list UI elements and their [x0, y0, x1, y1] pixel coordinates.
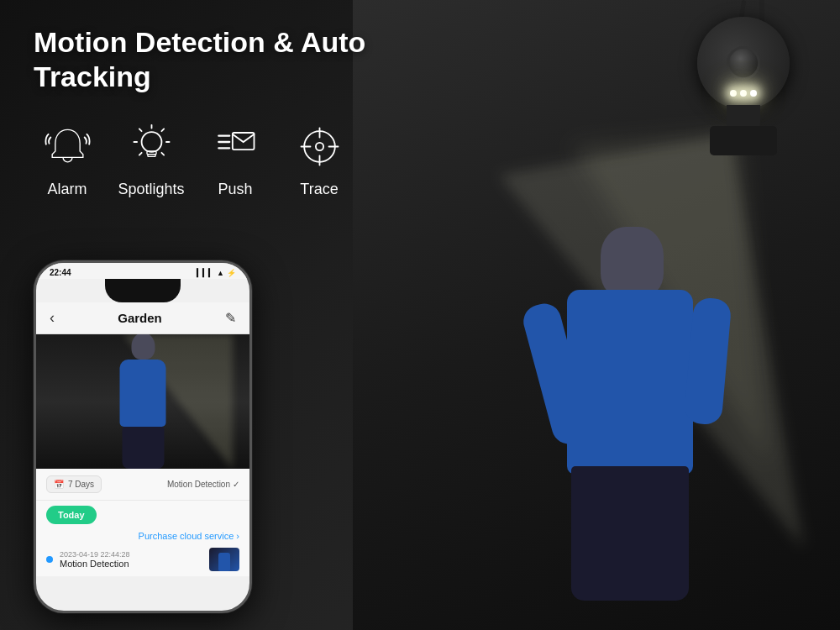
feature-push: Push	[202, 119, 269, 198]
camera-wall-bracket	[710, 126, 777, 155]
person-head	[601, 227, 664, 298]
left-panel: Motion Detection & Auto Tracking A	[0, 0, 403, 630]
svg-line-7	[139, 129, 141, 131]
phone-header: ‹ Garden ✎	[36, 302, 249, 334]
chevron-right-icon: ›	[236, 531, 239, 541]
svg-point-15	[315, 143, 323, 150]
edit-icon[interactable]: ✎	[225, 310, 236, 326]
event-indicator-dot	[46, 556, 53, 563]
feature-trace: Trace	[286, 119, 353, 198]
calendar-badge[interactable]: 📅 7 Days	[46, 475, 102, 493]
svg-rect-2	[147, 154, 155, 156]
event-info: 2023-04-19 22:44:28 Motion Detection	[60, 550, 202, 569]
battery-icon: ⚡	[227, 269, 236, 277]
spotlight-dot-3	[750, 90, 757, 97]
alarm-icon	[40, 119, 95, 174]
event-timestamp: 2023-04-19 22:44:28	[60, 550, 202, 559]
trace-label: Trace	[300, 181, 338, 198]
person-body-group	[546, 227, 714, 605]
phone-timeline-header: 📅 7 Days Motion Detection ✓	[36, 469, 249, 501]
feature-alarm: Alarm	[34, 119, 101, 198]
feature-spotlights: Spotlights	[118, 119, 185, 198]
person-legs	[571, 466, 689, 601]
camera-body	[697, 17, 790, 109]
phone-bottom-panel: 📅 7 Days Motion Detection ✓ Today Purcha…	[36, 469, 249, 576]
person-in-scene	[521, 185, 756, 605]
trace-icon	[292, 119, 347, 174]
signal-icon: ▎▎▎	[197, 269, 214, 277]
spotlight-icon	[124, 119, 179, 174]
phone-mockup: 22:44 ▎▎▎ ▲ ⚡ ‹ Garden ✎	[34, 260, 252, 613]
spotlights-label: Spotlights	[118, 181, 184, 198]
back-icon[interactable]: ‹	[50, 309, 55, 327]
security-camera	[697, 17, 790, 109]
thumb-person-figure	[218, 553, 230, 571]
days-label: 7 Days	[68, 480, 94, 489]
svg-point-0	[141, 132, 161, 152]
cloud-service-link[interactable]: Purchase cloud service ›	[36, 529, 249, 543]
phone-person-legs	[122, 427, 164, 469]
spotlight-dot-2	[740, 90, 747, 97]
spotlight-dot-1	[730, 90, 737, 97]
person-torso	[567, 290, 693, 475]
calendar-icon: 📅	[54, 480, 64, 489]
motion-label: Motion Detection	[167, 480, 230, 489]
svg-line-6	[161, 152, 164, 155]
phone-person-body	[120, 360, 166, 427]
svg-line-4	[161, 129, 164, 131]
checkmark-icon: ✓	[233, 480, 239, 489]
phone-person-head	[131, 334, 155, 360]
phone-notch	[105, 279, 181, 302]
today-button[interactable]: Today	[46, 506, 97, 524]
camera-spotlight-lights	[730, 90, 757, 97]
phone-header-title: Garden	[118, 311, 162, 325]
event-thumbnail	[209, 548, 239, 571]
page-title: Motion Detection & Auto Tracking	[34, 25, 378, 94]
event-type-label: Motion Detection	[60, 559, 202, 569]
phone-time: 22:44	[50, 268, 71, 277]
push-label: Push	[218, 181, 252, 198]
camera-lens	[727, 46, 760, 80]
features-row: Alarm	[34, 119, 378, 198]
phone-person-figure	[120, 334, 166, 469]
alarm-label: Alarm	[47, 181, 87, 198]
push-icon	[208, 119, 263, 174]
event-row: 2023-04-19 22:44:28 Motion Detection	[36, 543, 249, 576]
status-icons: ▎▎▎ ▲ ⚡	[197, 269, 236, 277]
phone-status-bar: 22:44 ▎▎▎ ▲ ⚡	[36, 263, 249, 279]
motion-detection-badge: Motion Detection ✓	[167, 480, 239, 489]
wifi-icon: ▲	[217, 269, 224, 277]
svg-line-9	[139, 152, 141, 155]
phone-camera-view	[36, 334, 249, 469]
